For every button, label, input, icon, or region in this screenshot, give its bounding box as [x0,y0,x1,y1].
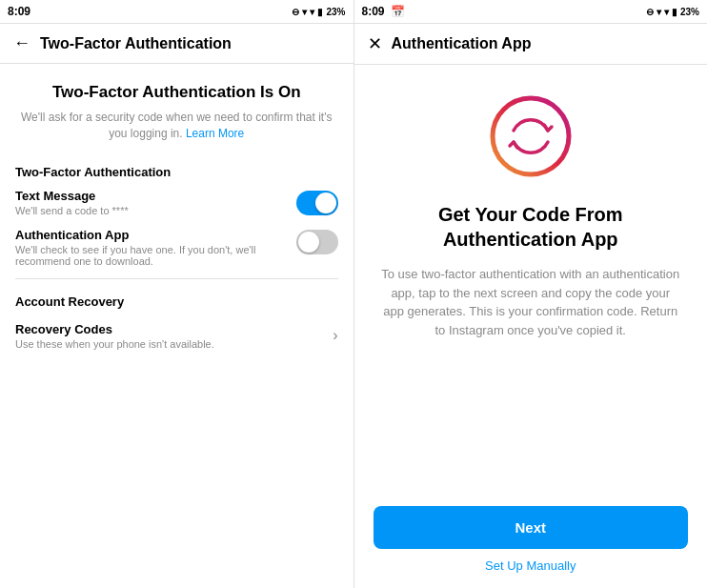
recovery-codes-row[interactable]: Recovery Codes Use these when your phone… [15,318,338,354]
right-content: Get Your Code From Authentication App To… [354,65,708,495]
right-status-icons: ⊖ ▾ ▾ ▮ 23% [646,7,699,17]
recovery-codes-text: Recovery Codes Use these when your phone… [15,322,214,350]
auth-app-toggle-knob [298,232,319,253]
text-message-toggle[interactable] [296,191,338,215]
wifi-icon: ▾ [302,7,307,17]
right-time: 8:09 [362,5,385,18]
right-title: Get Your Code From Authentication App [381,202,681,252]
right-status-bar: 8:09 📅 ⊖ ▾ ▾ ▮ 23% [354,0,708,23]
battery-percent: 23% [326,7,345,17]
auth-app-sub: We'll check to see if you have one. If y… [15,244,296,267]
two-fa-status-section: Two-Factor Authentication Is On We'll as… [15,83,338,142]
battery-icon-right: ▮ [672,7,677,17]
left-header-title: Two-Factor Authentication [40,35,232,52]
recovery-section-header: Account Recovery [15,294,338,309]
setup-manually-button[interactable]: Set Up Manually [485,558,576,573]
left-status-bar: 8:09 ⊖ ▾ ▾ ▮ 23% [0,0,354,23]
do-not-disturb-icon: ⊖ [292,7,299,17]
auth-app-label: Authentication App [15,228,296,242]
battery-percent-right: 23% [680,7,699,17]
right-header: ✕ Authentication App [354,24,708,65]
two-fa-section-header: Two-Factor Authentication [15,165,338,179]
svg-point-0 [493,98,569,174]
signal-icon: ▾ [310,7,314,17]
two-fa-status-description: We'll ask for a security code when we ne… [15,110,338,142]
calendar-icon: 📅 [391,5,405,18]
two-fa-status-heading: Two-Factor Authentication Is On [15,83,338,102]
recovery-codes-sub: Use these when your phone isn't availabl… [15,338,214,350]
main-layout: ← Two-Factor Authentication Two-Factor A… [0,23,707,588]
text-message-sub: We'll send a code to **** [15,205,129,216]
right-panel: ✕ Authentication App [354,24,708,588]
battery-icon: ▮ [317,7,323,17]
auth-app-row: Authentication App We'll check to see if… [15,228,338,267]
left-content: Two-Factor Authentication Is On We'll as… [0,64,354,588]
section-divider [15,278,338,279]
text-message-label: Text Message [15,189,129,203]
back-button[interactable]: ← [13,33,30,53]
left-panel: ← Two-Factor Authentication Two-Factor A… [0,24,354,588]
left-time: 8:09 [8,5,30,18]
auth-app-icon [488,93,574,179]
chevron-right-icon: › [333,327,337,344]
left-header: ← Two-Factor Authentication [0,24,354,64]
signal-icon-right: ▾ [664,7,669,17]
learn-more-link[interactable]: Learn More [186,127,244,140]
do-not-disturb-icon-right: ⊖ [646,7,654,17]
wifi-icon-right: ▾ [656,7,661,17]
text-message-text: Text Message We'll send a code to **** [15,189,129,216]
left-status-icons: ⊖ ▾ ▾ ▮ 23% [292,7,345,17]
next-button[interactable]: Next [374,506,689,549]
auth-app-text: Authentication App We'll check to see if… [15,228,296,267]
text-message-toggle-knob [315,193,336,213]
right-description: To use two-factor authentication with an… [381,265,681,339]
right-header-title: Authentication App [392,35,532,52]
close-button[interactable]: ✕ [368,33,382,54]
status-bars: 8:09 ⊖ ▾ ▾ ▮ 23% 8:09 📅 ⊖ ▾ ▾ ▮ 23% [0,0,707,23]
text-message-row: Text Message We'll send a code to **** [15,189,338,216]
right-footer: Next Set Up Manually [354,495,708,588]
auth-app-toggle[interactable] [296,230,338,254]
recovery-codes-label: Recovery Codes [15,322,214,336]
